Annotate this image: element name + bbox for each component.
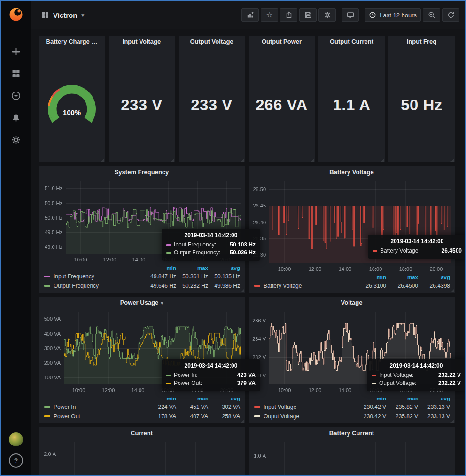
- legend-col-max[interactable]: max: [386, 396, 418, 401]
- sidebar-item-dashboards[interactable]: [5, 64, 27, 83]
- stat-value: 233 V: [191, 96, 233, 114]
- dashboard-picker-button[interactable]: Victron ▾: [39, 11, 87, 20]
- graph-plot[interactable]: [249, 178, 455, 274]
- legend-series[interactable]: Input Frequency49.847 Hz50.361 Hz50.135 …: [44, 272, 240, 281]
- star-dashboard-button[interactable]: ☆: [261, 8, 278, 22]
- refresh-button[interactable]: [442, 8, 459, 22]
- series-name[interactable]: Output Frequency: [54, 283, 99, 289]
- legend-col-min[interactable]: min: [354, 396, 386, 401]
- panel-title[interactable]: System Frequency: [39, 166, 245, 178]
- dashboard-settings-button[interactable]: [318, 8, 336, 22]
- graph-legend: minmaxavgPower In224 VA451 VA302 VAPower…: [39, 395, 245, 423]
- legend-series[interactable]: Ouput Voltage230.42 V235.82 V233.13 V: [254, 412, 450, 421]
- graph-plot[interactable]: [39, 178, 245, 264]
- legend-series[interactable]: Output Frequency49.646 Hz50.282 Hz49.986…: [44, 281, 240, 291]
- legend-col-max[interactable]: max: [176, 265, 208, 271]
- panel-resize-handle[interactable]: [241, 419, 244, 423]
- panel-resize-handle[interactable]: [450, 419, 454, 423]
- panel-resize-handle[interactable]: [101, 158, 104, 162]
- save-icon: [304, 11, 312, 19]
- series-name[interactable]: Ouput Voltage: [264, 413, 299, 420]
- battery-gauge: 100%: [44, 82, 100, 129]
- panel-title[interactable]: Battery Charge …: [39, 36, 105, 48]
- time-range-button[interactable]: Last 12 hours: [365, 8, 421, 22]
- panel-battery-charge: Battery Charge … 100%: [39, 36, 105, 162]
- legend-col-avg[interactable]: avg: [208, 396, 240, 401]
- panel-resize-handle[interactable]: [450, 289, 454, 292]
- panel-title[interactable]: Output Voltage: [179, 36, 245, 48]
- graph-canvas[interactable]: [39, 178, 245, 264]
- add-panel-button[interactable]: [241, 8, 259, 22]
- add-panel-icon: [247, 11, 254, 19]
- series-name[interactable]: Power In: [54, 404, 76, 410]
- series-stat: 258 VA: [208, 413, 240, 420]
- save-dashboard-button[interactable]: [299, 8, 317, 22]
- sidebar-menu: [5, 42, 27, 149]
- graph-canvas[interactable]: [39, 439, 245, 475]
- series-name[interactable]: Input Frequency: [54, 273, 94, 280]
- sidebar-item-configuration[interactable]: [5, 131, 27, 149]
- series-name[interactable]: Power Out: [54, 413, 80, 420]
- legend-col-avg[interactable]: avg: [208, 265, 240, 271]
- graph-canvas[interactable]: [39, 309, 245, 395]
- legend-series[interactable]: Power In224 VA451 VA302 VA: [44, 402, 240, 412]
- panel-title[interactable]: Battery Voltage: [249, 166, 455, 178]
- legend-col-avg[interactable]: avg: [418, 275, 450, 280]
- graph-canvas[interactable]: [249, 439, 455, 475]
- graph-canvas[interactable]: [249, 309, 455, 395]
- series-name[interactable]: Input Voltage: [264, 404, 296, 410]
- panel-voltage: Voltage minmaxavgInput Voltage230.42 V23…: [249, 297, 455, 423]
- gauge-body: 100%: [39, 48, 105, 162]
- legend-series[interactable]: Input Voltage230.42 V235.82 V233.13 V: [254, 402, 450, 412]
- tv-mode-button[interactable]: [342, 8, 359, 22]
- panel-title[interactable]: Battery Current: [249, 427, 455, 439]
- legend-col-max[interactable]: max: [386, 275, 418, 280]
- series-stat: 50.361 Hz: [176, 273, 208, 280]
- sidebar-item-explore[interactable]: [5, 86, 27, 105]
- zoom-out-button[interactable]: [423, 8, 440, 22]
- graph-plot[interactable]: [249, 439, 455, 475]
- legend-col-max[interactable]: max: [176, 396, 208, 401]
- panel-resize-handle[interactable]: [171, 158, 174, 162]
- navbar: Victron ▾ ☆: [31, 1, 465, 29]
- graph-legend: minmaxavgInput Frequency49.847 Hz50.361 …: [39, 264, 245, 293]
- legend-col-min[interactable]: min: [144, 396, 176, 401]
- grafana-logo[interactable]: [1, 1, 31, 28]
- panel-resize-handle[interactable]: [241, 158, 244, 162]
- share-icon: [285, 11, 293, 19]
- help-button[interactable]: ?: [9, 453, 23, 468]
- panel-resize-handle[interactable]: [241, 289, 244, 292]
- graph-plot[interactable]: [39, 309, 245, 395]
- panel-resize-handle[interactable]: [450, 158, 454, 162]
- series-stat: 230.42 V: [354, 413, 386, 420]
- panel-current: Current: [39, 427, 245, 475]
- panel-title[interactable]: Input Freq: [388, 36, 455, 48]
- legend-col-min[interactable]: min: [354, 275, 386, 280]
- graph-plot[interactable]: [39, 439, 245, 475]
- panel-title[interactable]: Output Power: [249, 36, 315, 48]
- user-avatar[interactable]: [9, 432, 23, 446]
- share-dashboard-button[interactable]: [280, 8, 297, 22]
- panel-resize-handle[interactable]: [381, 158, 384, 162]
- legend-series[interactable]: Power Out178 VA407 VA258 VA: [44, 412, 240, 421]
- panel-resize-handle[interactable]: [311, 158, 314, 162]
- legend-series[interactable]: Battery Voltage26.310026.450026.4398: [254, 281, 450, 291]
- legend-col-min[interactable]: min: [144, 265, 176, 271]
- panel-title[interactable]: Voltage: [249, 297, 455, 309]
- graph-canvas[interactable]: [249, 178, 455, 274]
- panel-title[interactable]: Output Current: [318, 36, 385, 48]
- series-name[interactable]: Battery Voltage: [264, 283, 302, 289]
- graph-legend: minmaxavgBattery Voltage26.310026.450026…: [249, 274, 455, 293]
- panel-title-text: Power Usage: [120, 299, 159, 306]
- stat-value: 266 VA: [256, 96, 308, 114]
- panel-output-current: Output Current 1.1 A: [318, 36, 385, 162]
- panel-title[interactable]: Power Usage▾: [39, 297, 245, 309]
- sidebar-item-alerting[interactable]: [5, 108, 27, 127]
- panel-title[interactable]: Input Voltage: [109, 36, 175, 48]
- gear-icon: [324, 11, 331, 19]
- graph-legend: minmaxavgInput Voltage230.42 V235.82 V23…: [249, 395, 455, 423]
- graph-plot[interactable]: [249, 309, 455, 395]
- sidebar-item-create[interactable]: [5, 42, 27, 61]
- legend-col-avg[interactable]: avg: [418, 396, 450, 401]
- panel-title[interactable]: Current: [39, 427, 245, 439]
